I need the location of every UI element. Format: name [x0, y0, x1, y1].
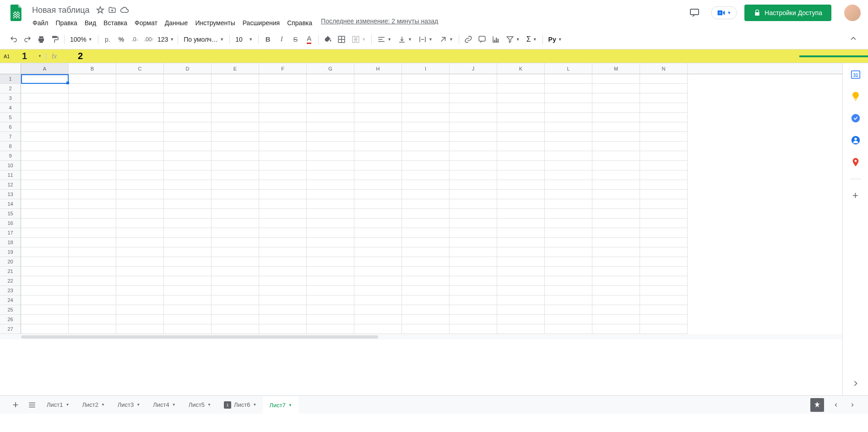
- cell[interactable]: [164, 190, 212, 199]
- cell[interactable]: [116, 199, 164, 209]
- cell[interactable]: [69, 190, 116, 199]
- cell[interactable]: [21, 122, 69, 132]
- cell[interactable]: [402, 238, 450, 247]
- cell[interactable]: [164, 113, 212, 122]
- cell[interactable]: [307, 74, 354, 84]
- formula-input[interactable]: [83, 51, 799, 61]
- cell[interactable]: [21, 113, 69, 122]
- cell[interactable]: [307, 305, 354, 315]
- row-header-3[interactable]: 3: [0, 93, 21, 103]
- cell[interactable]: [259, 324, 307, 334]
- cell[interactable]: [497, 74, 545, 84]
- link-button[interactable]: [462, 33, 475, 46]
- cell[interactable]: [116, 219, 164, 228]
- cell[interactable]: [259, 199, 307, 209]
- cell[interactable]: [116, 228, 164, 238]
- cell[interactable]: [497, 180, 545, 190]
- cell[interactable]: [21, 209, 69, 219]
- cell[interactable]: [307, 324, 354, 334]
- cell[interactable]: [450, 170, 497, 180]
- cell[interactable]: [69, 161, 116, 170]
- cell[interactable]: [69, 219, 116, 228]
- cell[interactable]: [354, 324, 402, 334]
- cell[interactable]: [259, 190, 307, 199]
- sheet-tab-4[interactable]: Лист4▼: [146, 396, 182, 414]
- row-header-17[interactable]: 17: [0, 228, 21, 238]
- cell[interactable]: [116, 142, 164, 151]
- cell[interactable]: [402, 257, 450, 267]
- cell[interactable]: [545, 238, 592, 247]
- fill-color-button[interactable]: [321, 33, 334, 46]
- cell[interactable]: [21, 103, 69, 113]
- cell[interactable]: [212, 295, 259, 305]
- star-icon[interactable]: [96, 6, 104, 14]
- cell[interactable]: [116, 267, 164, 276]
- cell[interactable]: [259, 74, 307, 84]
- cell[interactable]: [640, 199, 688, 209]
- cell[interactable]: [402, 209, 450, 219]
- format-123-dropdown[interactable]: 123▼: [157, 33, 175, 46]
- cell[interactable]: [354, 305, 402, 315]
- strikethrough-button[interactable]: S: [289, 33, 302, 46]
- cell[interactable]: [592, 219, 640, 228]
- cell[interactable]: [21, 276, 69, 286]
- cell[interactable]: [21, 267, 69, 276]
- cell[interactable]: [307, 103, 354, 113]
- cell[interactable]: [116, 113, 164, 122]
- input-tools-dropdown[interactable]: Ру▼: [546, 33, 565, 46]
- cell[interactable]: [116, 151, 164, 161]
- cell[interactable]: [497, 324, 545, 334]
- cell[interactable]: [259, 295, 307, 305]
- decrease-decimal-button[interactable]: .0↓: [129, 33, 141, 46]
- row-header-11[interactable]: 11: [0, 170, 21, 180]
- cell[interactable]: [450, 267, 497, 276]
- cell[interactable]: [640, 247, 688, 257]
- cell[interactable]: [69, 93, 116, 103]
- cell[interactable]: [307, 84, 354, 93]
- cell[interactable]: [497, 305, 545, 315]
- cell[interactable]: [640, 286, 688, 295]
- sheet-tab-7[interactable]: Лист7▼: [263, 396, 298, 414]
- cell[interactable]: [497, 286, 545, 295]
- cell[interactable]: [640, 74, 688, 84]
- cell[interactable]: [450, 209, 497, 219]
- col-header-A[interactable]: A: [21, 63, 69, 74]
- cell[interactable]: [545, 142, 592, 151]
- cell[interactable]: [21, 199, 69, 209]
- menu-extensions[interactable]: Расширения: [239, 17, 283, 28]
- cell[interactable]: [640, 84, 688, 93]
- row-header-4[interactable]: 4: [0, 103, 21, 113]
- cell[interactable]: [21, 228, 69, 238]
- cell[interactable]: [640, 190, 688, 199]
- cell[interactable]: [116, 305, 164, 315]
- cell[interactable]: [307, 93, 354, 103]
- cell[interactable]: [21, 295, 69, 305]
- sheet-tab-2[interactable]: Лист2▼: [76, 396, 111, 414]
- cell[interactable]: [592, 180, 640, 190]
- filter-dropdown[interactable]: ▼: [503, 33, 523, 46]
- cell[interactable]: [116, 324, 164, 334]
- cell[interactable]: [545, 132, 592, 142]
- row-header-9[interactable]: 9: [0, 151, 21, 161]
- cell[interactable]: [116, 74, 164, 84]
- cell[interactable]: [497, 103, 545, 113]
- cell[interactable]: [640, 315, 688, 324]
- cell[interactable]: [592, 295, 640, 305]
- cell[interactable]: [402, 103, 450, 113]
- cell[interactable]: [592, 142, 640, 151]
- col-header-C[interactable]: C: [116, 63, 164, 74]
- col-header-K[interactable]: K: [497, 63, 545, 74]
- cell[interactable]: [21, 84, 69, 93]
- cell[interactable]: [212, 238, 259, 247]
- cell[interactable]: [116, 238, 164, 247]
- cell[interactable]: [592, 113, 640, 122]
- cell[interactable]: [450, 238, 497, 247]
- cell[interactable]: [450, 180, 497, 190]
- cell[interactable]: [307, 209, 354, 219]
- cell[interactable]: [259, 276, 307, 286]
- row-header-20[interactable]: 20: [0, 257, 21, 267]
- col-header-I[interactable]: I: [402, 63, 450, 74]
- cell[interactable]: [212, 267, 259, 276]
- cell[interactable]: [354, 247, 402, 257]
- cell[interactable]: [545, 180, 592, 190]
